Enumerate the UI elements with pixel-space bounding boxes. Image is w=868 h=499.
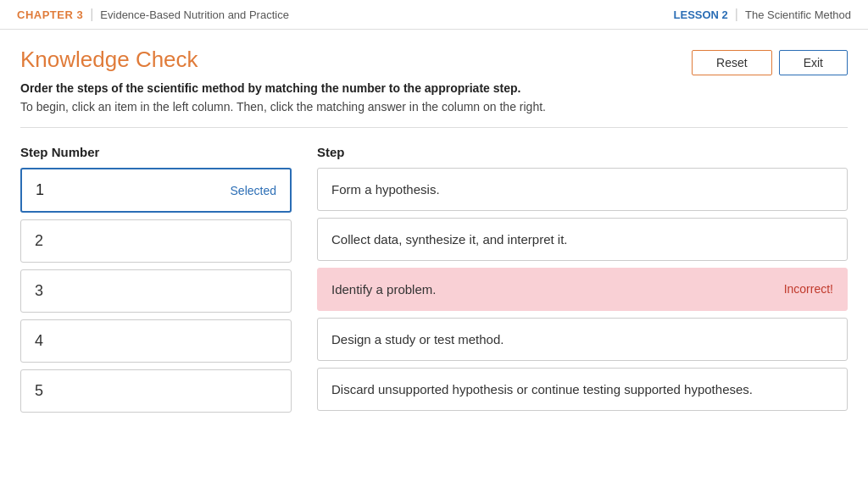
step-number-5: 5 xyxy=(35,382,43,400)
reset-button[interactable]: Reset xyxy=(692,50,772,75)
left-column: Step Number 1Selected2345 xyxy=(20,145,292,419)
right-column: Step Form a hypothesis.Collect data, syn… xyxy=(317,145,848,419)
chapter-subtitle: Evidence-Based Nutrition and Practice xyxy=(100,8,289,21)
header-divider: | xyxy=(90,7,93,22)
title-area: Knowledge Check Order the steps of the s… xyxy=(20,47,692,127)
lesson-divider: | xyxy=(735,7,738,22)
lesson-label: LESSON 2 xyxy=(674,8,728,21)
answer-item-4[interactable]: Design a study or test method. xyxy=(317,318,848,361)
bold-word: Order xyxy=(20,81,53,95)
answer-text-3: Identify a problem. xyxy=(331,280,436,298)
step-number-1: 1 xyxy=(36,181,44,199)
step-item-2[interactable]: 2 xyxy=(20,219,292,263)
answer-item-2[interactable]: Collect data, synthesize it, and interpr… xyxy=(317,218,848,261)
instruction-text: the steps of the scientific method by ma… xyxy=(53,81,520,95)
left-col-header: Step Number xyxy=(20,145,292,159)
step-number-2: 2 xyxy=(35,232,43,250)
answer-items-container: Form a hypothesis.Collect data, synthesi… xyxy=(317,168,848,411)
step-item-4[interactable]: 4 xyxy=(20,319,292,363)
answer-text-2: Collect data, synthesize it, and interpr… xyxy=(331,230,567,248)
header-left: CHAPTER 3 | Evidence-Based Nutrition and… xyxy=(17,7,289,22)
step-number-4: 4 xyxy=(35,332,43,350)
main-content: Knowledge Check Order the steps of the s… xyxy=(0,30,868,499)
answer-item-5[interactable]: Discard unsupported hypothesis or contin… xyxy=(317,368,848,411)
page-title: Knowledge Check xyxy=(20,47,692,73)
step-items-container: 1Selected2345 xyxy=(20,168,292,413)
answer-text-4: Design a study or test method. xyxy=(331,330,504,348)
step-number-3: 3 xyxy=(35,282,43,300)
answer-item-1[interactable]: Form a hypothesis. xyxy=(317,168,848,211)
header-right: LESSON 2 | The Scientific Method xyxy=(674,7,851,22)
step-item-3[interactable]: 3 xyxy=(20,269,292,313)
incorrect-label-3: Incorrect! xyxy=(784,281,833,298)
page-header: CHAPTER 3 | Evidence-Based Nutrition and… xyxy=(0,0,868,30)
right-col-header: Step xyxy=(317,145,848,159)
exit-button[interactable]: Exit xyxy=(779,50,848,75)
columns-container: Step Number 1Selected2345 Step Form a hy… xyxy=(20,145,848,419)
chapter-label: CHAPTER 3 xyxy=(17,8,83,21)
step-item-5[interactable]: 5 xyxy=(20,369,292,413)
instruction-bold: Order the steps of the scientific method… xyxy=(20,81,692,95)
step-item-1[interactable]: 1Selected xyxy=(20,168,292,213)
top-row: Knowledge Check Order the steps of the s… xyxy=(20,47,848,127)
instruction-sub: To begin, click an item in the left colu… xyxy=(20,100,692,114)
lesson-subtitle: The Scientific Method xyxy=(745,8,851,21)
answer-item-3[interactable]: Identify a problem.Incorrect! xyxy=(317,268,848,311)
selected-label-1: Selected xyxy=(231,184,276,197)
answer-text-1: Form a hypothesis. xyxy=(331,180,440,198)
divider xyxy=(20,127,848,128)
answer-text-5: Discard unsupported hypothesis or contin… xyxy=(331,380,753,398)
buttons-area: Reset Exit xyxy=(692,50,848,75)
